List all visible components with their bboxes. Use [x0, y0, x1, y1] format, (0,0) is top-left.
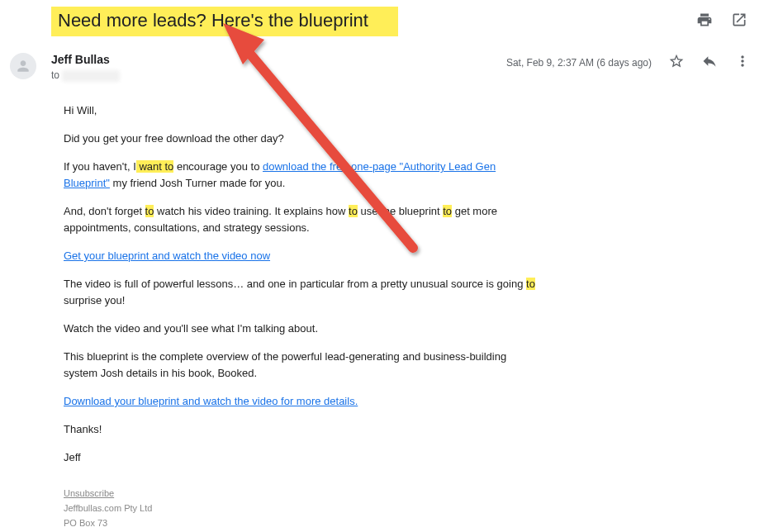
- body-p6: Watch the video and you'll see what I'm …: [64, 321, 543, 337]
- header-action-icons: [696, 7, 751, 31]
- unsubscribe-link[interactable]: Unsubscribe: [64, 488, 114, 498]
- to-label: to: [51, 69, 62, 81]
- sender-info: Jeff Bullas to: [51, 51, 506, 83]
- sender-avatar[interactable]: [10, 53, 36, 79]
- star-icon[interactable]: [668, 53, 685, 73]
- body-p4: Get your blueprint and watch the video n…: [64, 248, 543, 264]
- email-subject: Need more leads? Here's the blueprint: [51, 7, 398, 36]
- email-body: Hi Will, Did you get your free download …: [64, 102, 543, 530]
- open-new-window-icon[interactable]: [731, 12, 747, 31]
- sender-to[interactable]: to: [51, 68, 506, 83]
- link-download-more-details[interactable]: Download your blueprint and watch the vi…: [64, 395, 358, 407]
- body-p1: Did you get your free download the other…: [64, 131, 543, 147]
- link-get-blueprint[interactable]: Get your blueprint and watch the video n…: [64, 249, 270, 262]
- body-p3: And, don't forget to watch his video tra…: [64, 203, 543, 236]
- body-p5: The video is full of powerful lessons… a…: [64, 276, 543, 309]
- body-thanks: Thanks!: [64, 421, 543, 438]
- greeting: Hi Will,: [64, 102, 543, 119]
- more-icon[interactable]: [734, 53, 751, 73]
- body-signoff: Jeff: [64, 449, 543, 466]
- body-p7: This blueprint is the complete overview …: [64, 349, 543, 382]
- footer-address: PO Box 73: [64, 515, 543, 530]
- email-date: Sat, Feb 9, 2:37 AM (6 days ago): [506, 57, 652, 69]
- footer-company: Jeffbullas.com Pty Ltd: [64, 501, 543, 515]
- body-p8: Download your blueprint and watch the vi…: [64, 393, 543, 410]
- reply-icon[interactable]: [701, 53, 718, 73]
- email-footer: Unsubscribe Jeffbullas.com Pty Ltd PO Bo…: [64, 486, 543, 530]
- recipient-redacted: [62, 70, 120, 82]
- print-icon[interactable]: [696, 12, 713, 31]
- body-p2: If you haven't, I want to encourage you …: [64, 159, 543, 192]
- sender-name: Jeff Bullas: [51, 51, 506, 68]
